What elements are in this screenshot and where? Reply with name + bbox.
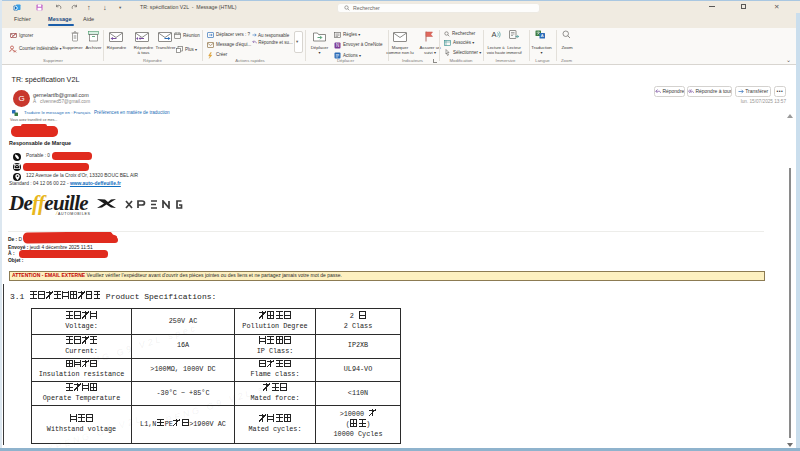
svg-text:A: A [491, 30, 496, 39]
svg-text:N: N [336, 43, 339, 48]
svg-text:A: A [541, 33, 544, 38]
